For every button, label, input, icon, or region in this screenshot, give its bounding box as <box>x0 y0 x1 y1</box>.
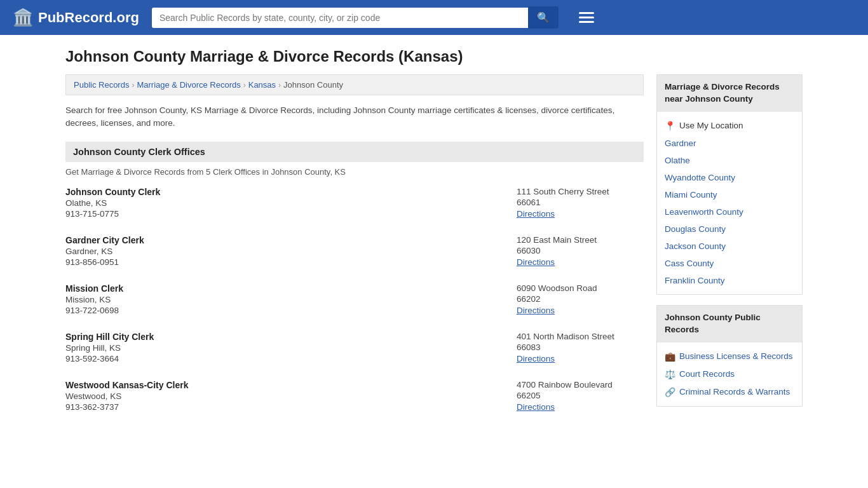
clerk-name: Spring Hill City Clerk <box>65 332 154 342</box>
nearby-box: Marriage & Divorce Records near Johnson … <box>656 74 803 295</box>
clerk-address: 120 East Main Street <box>517 235 644 245</box>
public-records-link-label: Court Records <box>679 369 735 379</box>
clerk-left-2: Mission Clerk Mission, KS 913-722-0698 <box>65 283 123 315</box>
menu-button[interactable] <box>576 10 597 25</box>
breadcrumb: Public Records › Marriage & Divorce Reco… <box>65 74 644 95</box>
nearby-locations: GardnerOlatheWyandotte CountyMiami Count… <box>657 135 802 289</box>
nearby-location-item[interactable]: Leavenworth County <box>657 203 802 220</box>
nearby-location-item[interactable]: Olathe <box>657 152 802 169</box>
breadcrumb-sep-1: › <box>132 81 134 90</box>
nearby-location-item[interactable]: Wyandotte County <box>657 169 802 186</box>
clerk-name: Gardner City Clerk <box>65 235 144 245</box>
search-button[interactable]: 🔍 <box>528 6 559 29</box>
menu-bar-1 <box>579 12 594 14</box>
clerk-city: Mission, KS <box>65 295 123 304</box>
description: Search for free Johnson County, KS Marri… <box>65 104 644 130</box>
clerk-phone: 913-715-0775 <box>65 209 160 219</box>
clerk-address: 6090 Woodson Road <box>517 283 644 293</box>
nearby-location-item[interactable]: Cass County <box>657 255 802 272</box>
clerk-phone: 913-856-0951 <box>65 257 144 267</box>
nearby-location-item[interactable]: Miami County <box>657 186 802 203</box>
public-records-link-label: Business Licenses & Records <box>679 351 793 361</box>
clerk-entry: Johnson County Clerk Olathe, KS 913-715-… <box>65 187 644 221</box>
clerk-name: Mission Clerk <box>65 283 123 294</box>
clerk-zip: 66083 <box>517 342 644 352</box>
clerk-right-3: 401 North Madison Street 66083 Direction… <box>517 332 644 363</box>
clerk-city: Gardner, KS <box>65 247 144 256</box>
clerk-left-0: Johnson County Clerk Olathe, KS 913-715-… <box>65 187 160 219</box>
search-bar: 🔍 <box>152 6 559 29</box>
clerk-right-0: 111 South Cherry Street 66061 Directions <box>517 187 644 219</box>
clerk-city: Westwood, KS <box>65 391 188 401</box>
clerks-list: Johnson County Clerk Olathe, KS 913-715-… <box>65 187 644 414</box>
breadcrumb-public-records[interactable]: Public Records <box>74 80 129 90</box>
section-header: Johnson County Clerk Offices <box>65 142 644 162</box>
public-records-icon: 🔗 <box>665 387 675 397</box>
public-records-box: Johnson County Public Records 💼Business … <box>656 305 803 407</box>
clerk-phone: 913-362-3737 <box>65 402 188 412</box>
clerk-entry: Westwood Kansas-City Clerk Westwood, KS … <box>65 380 644 414</box>
public-records-link-item[interactable]: ⚖️Court Records <box>657 365 802 383</box>
clerk-entry: Spring Hill City Clerk Spring Hill, KS 9… <box>65 332 644 366</box>
clerk-phone: 913-722-0698 <box>65 306 123 315</box>
public-records-box-title: Johnson County Public Records <box>657 306 802 342</box>
breadcrumb-current: Johnson County <box>283 80 343 90</box>
clerk-zip: 66030 <box>517 246 644 255</box>
clerk-right-4: 4700 Rainbow Boulevard 66205 Directions <box>517 380 644 412</box>
breadcrumb-sep-2: › <box>243 81 246 90</box>
clerk-zip: 66205 <box>517 391 644 400</box>
breadcrumb-kansas[interactable]: Kansas <box>248 80 276 90</box>
breadcrumb-sep-3: › <box>278 81 281 90</box>
nearby-box-content: 📍 Use My Location GardnerOlatheWyandotte… <box>657 112 802 294</box>
directions-link[interactable]: Directions <box>517 354 555 363</box>
public-records-box-content: 💼Business Licenses & Records⚖️Court Reco… <box>657 342 802 406</box>
clerk-zip: 66202 <box>517 294 644 304</box>
public-records-link-item[interactable]: 💼Business Licenses & Records <box>657 348 802 365</box>
logo-icon: 🏛️ <box>13 8 33 27</box>
content-wrapper: Public Records › Marriage & Divorce Reco… <box>65 74 803 428</box>
public-records-icon: ⚖️ <box>665 369 675 379</box>
menu-bar-2 <box>579 17 594 18</box>
public-records-link-item[interactable]: 🔗Criminal Records & Warrants <box>657 383 802 401</box>
main-container: Johnson County Marriage & Divorce Record… <box>53 35 815 428</box>
clerk-name: Johnson County Clerk <box>65 187 160 197</box>
clerk-address: 401 North Madison Street <box>517 332 644 341</box>
site-header: 🏛️ PubRecord.org 🔍 <box>0 0 868 35</box>
clerk-left-3: Spring Hill City Clerk Spring Hill, KS 9… <box>65 332 154 363</box>
directions-link[interactable]: Directions <box>517 257 555 267</box>
public-records-link-label: Criminal Records & Warrants <box>679 387 790 396</box>
clerk-name: Westwood Kansas-City Clerk <box>65 380 188 390</box>
search-input[interactable] <box>152 8 528 28</box>
clerk-city: Olathe, KS <box>65 198 160 208</box>
nearby-location-item[interactable]: Jackson County <box>657 238 802 255</box>
menu-bar-3 <box>579 21 594 23</box>
clerk-left-1: Gardner City Clerk Gardner, KS 913-856-0… <box>65 235 144 267</box>
clerk-right-2: 6090 Woodson Road 66202 Directions <box>517 283 644 315</box>
use-my-location-label: Use My Location <box>679 121 743 130</box>
clerk-entry: Gardner City Clerk Gardner, KS 913-856-0… <box>65 235 644 269</box>
public-records-links: 💼Business Licenses & Records⚖️Court Reco… <box>657 348 802 401</box>
clerk-address: 111 South Cherry Street <box>517 187 644 196</box>
clerk-left-4: Westwood Kansas-City Clerk Westwood, KS … <box>65 380 188 412</box>
clerk-address: 4700 Rainbow Boulevard <box>517 380 644 390</box>
page-title: Johnson County Marriage & Divorce Record… <box>65 48 803 65</box>
nearby-location-item[interactable]: Gardner <box>657 135 802 152</box>
use-my-location[interactable]: 📍 Use My Location <box>657 117 802 135</box>
sidebar: Marriage & Divorce Records near Johnson … <box>656 74 803 417</box>
directions-link[interactable]: Directions <box>517 209 555 219</box>
nearby-location-item[interactable]: Douglas County <box>657 220 802 238</box>
clerk-entry: Mission Clerk Mission, KS 913-722-0698 6… <box>65 283 644 318</box>
breadcrumb-marriage[interactable]: Marriage & Divorce Records <box>137 80 240 90</box>
nearby-box-title: Marriage & Divorce Records near Johnson … <box>657 75 802 112</box>
section-subtext: Get Marriage & Divorce Records from 5 Cl… <box>65 167 644 177</box>
directions-link[interactable]: Directions <box>517 402 555 412</box>
nearby-location-item[interactable]: Franklin County <box>657 272 802 289</box>
clerk-city: Spring Hill, KS <box>65 343 154 353</box>
location-icon: 📍 <box>665 121 675 131</box>
main-content: Public Records › Marriage & Divorce Reco… <box>65 74 644 428</box>
site-logo[interactable]: 🏛️ PubRecord.org <box>13 8 139 27</box>
clerk-zip: 66061 <box>517 198 644 207</box>
logo-text: PubRecord.org <box>38 10 139 26</box>
clerk-right-1: 120 East Main Street 66030 Directions <box>517 235 644 267</box>
directions-link[interactable]: Directions <box>517 306 555 315</box>
